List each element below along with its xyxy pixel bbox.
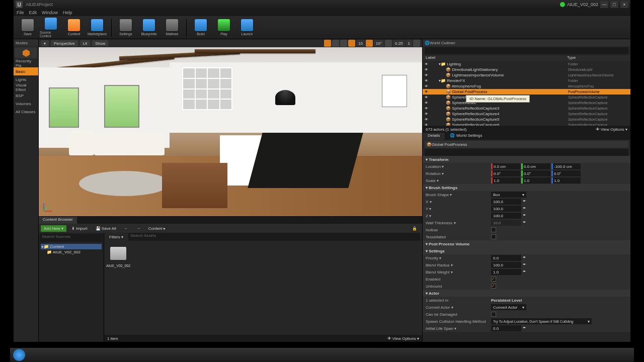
build-button[interactable]: Build bbox=[190, 17, 212, 38]
settings-button[interactable]: Settings bbox=[115, 17, 137, 38]
minimize-button[interactable]: — bbox=[600, 1, 608, 8]
visibility-icon[interactable]: 👁 bbox=[425, 96, 430, 99]
details-search-input[interactable] bbox=[425, 149, 628, 156]
dropdown[interactable]: Box▾ bbox=[491, 192, 526, 198]
number-field[interactable]: 100.0 bbox=[491, 206, 521, 212]
place-mode-button[interactable] bbox=[15, 47, 37, 58]
play-button[interactable]: Play bbox=[213, 17, 235, 38]
matinee-button[interactable]: Matinee bbox=[161, 17, 183, 38]
place-category-all-classes[interactable]: All Classes bbox=[14, 108, 38, 116]
visibility-icon[interactable]: 👁 bbox=[425, 68, 430, 71]
search-sources-input[interactable]: Search Sources bbox=[40, 234, 103, 242]
number-field[interactable]: 0.0 bbox=[491, 325, 521, 331]
outliner-row[interactable]: 👁📦 SphereReflectionCapture6SphereReflect… bbox=[423, 122, 630, 126]
z-field[interactable]: 0.0° bbox=[551, 170, 581, 176]
outliner-row[interactable]: 👁📦 SphereReflectionCapture3SphereReflect… bbox=[423, 106, 630, 111]
x-field[interactable]: 1.0 bbox=[491, 177, 520, 184]
outliner-row[interactable]: 👁▾📁 LightingFolder bbox=[423, 61, 630, 67]
viewport[interactable] bbox=[39, 47, 422, 216]
perspective-button[interactable]: Perspective bbox=[51, 40, 78, 46]
scale-value[interactable]: 0.25 bbox=[393, 40, 405, 47]
tab-world-settings[interactable]: 🌐 World Settings bbox=[445, 133, 487, 140]
outliner-row[interactable]: 👁📦 LightmassImportanceVolumeLightmassImp… bbox=[423, 72, 630, 78]
outliner-row[interactable]: 👁📦 SphereReflectionCapture5SphereReflect… bbox=[423, 117, 630, 122]
dropdown[interactable]: Convert Actor▾ bbox=[491, 304, 526, 310]
place-category-recently-pla[interactable]: Recently Pla bbox=[14, 59, 38, 67]
visibility-icon[interactable]: 👁 bbox=[425, 118, 430, 121]
import-button[interactable]: ⬇ Import bbox=[68, 225, 91, 232]
section-brush-settings[interactable]: ▾ Brush Settings bbox=[423, 184, 630, 191]
visibility-icon[interactable]: 👁 bbox=[425, 107, 430, 110]
viewport-options-button[interactable]: ▾ bbox=[41, 40, 49, 46]
grid-snap-button[interactable] bbox=[348, 40, 355, 47]
place-category-lights[interactable]: Lights bbox=[14, 75, 38, 83]
outliner-row[interactable]: 👁📦 AtmosphericFogAtmosphericFog bbox=[423, 83, 630, 89]
outliner-row[interactable]: 👁📦 Global PostProcessPostProcessVolumeID… bbox=[423, 89, 630, 95]
menu-file[interactable]: File bbox=[17, 10, 24, 15]
tree-item-content[interactable]: ▸📁 Content bbox=[41, 244, 102, 249]
folder-item[interactable]: AtUE_V02_002 bbox=[106, 243, 130, 267]
view-options-button[interactable]: 👁 View Options ▾ bbox=[387, 336, 419, 341]
path-back-button[interactable]: ← bbox=[121, 225, 131, 232]
filters-button[interactable]: Filters ▾ bbox=[106, 234, 126, 240]
number-field[interactable]: 100.0 bbox=[491, 199, 521, 205]
outliner-row[interactable]: 👁📦 DirectionalLightStationaryDirectional… bbox=[423, 67, 630, 72]
outliner-view-options[interactable]: 👁 View Options ▾ bbox=[596, 127, 627, 132]
checkbox[interactable] bbox=[491, 312, 496, 317]
camera-speed[interactable]: 1 bbox=[406, 40, 412, 47]
visibility-icon[interactable]: 👁 bbox=[425, 62, 430, 66]
marketplace-button[interactable]: Marketplace bbox=[86, 17, 108, 38]
transform-mode-button[interactable] bbox=[324, 40, 331, 47]
visibility-icon[interactable]: 👁 bbox=[425, 101, 430, 105]
coord-button[interactable] bbox=[332, 40, 339, 47]
actor-name-field[interactable]: 📦 Global PostProcess bbox=[425, 141, 628, 148]
place-category-visual-effect[interactable]: Visual Effect bbox=[14, 83, 38, 92]
start-button[interactable] bbox=[13, 349, 25, 361]
visibility-icon[interactable]: 👁 bbox=[425, 73, 430, 77]
number-field[interactable]: 0.0 bbox=[491, 255, 521, 261]
save-button[interactable]: Save bbox=[17, 17, 39, 38]
content-button[interactable]: Content bbox=[63, 17, 85, 38]
section-actor[interactable]: ▾ Actor bbox=[423, 290, 630, 297]
checkbox[interactable] bbox=[491, 284, 496, 289]
maximize-button[interactable]: □ bbox=[610, 1, 618, 8]
visibility-icon[interactable]: 👁 bbox=[425, 84, 430, 88]
show-button[interactable]: Show bbox=[92, 40, 108, 46]
visibility-icon[interactable]: 👁 bbox=[425, 112, 430, 116]
maximize-viewport-button[interactable] bbox=[413, 40, 420, 47]
grid-snap-value[interactable]: 10 bbox=[356, 40, 365, 47]
x-field[interactable]: 0.0° bbox=[491, 170, 520, 176]
visibility-icon[interactable]: 👁 bbox=[425, 90, 430, 94]
outliner-row[interactable]: 👁📦 SphereReflectionCapture4SphereReflect… bbox=[423, 111, 630, 117]
source-control-button[interactable]: Source Control bbox=[40, 17, 62, 38]
checkbox[interactable] bbox=[491, 277, 496, 282]
tab-details[interactable]: Details bbox=[423, 133, 445, 140]
visibility-icon[interactable]: 👁 bbox=[425, 79, 430, 82]
tree-item-folder[interactable]: 📁 AtUE_V02_002 bbox=[41, 249, 102, 255]
number-field[interactable]: 1.0 bbox=[491, 269, 521, 275]
dropdown[interactable]: Try To Adjust Location, Don't Spawn If S… bbox=[491, 318, 592, 324]
outliner-row[interactable]: 👁▾📁 RenderFXFolder bbox=[423, 78, 630, 83]
scale-snap-button[interactable] bbox=[385, 40, 392, 47]
angle-snap-button[interactable] bbox=[366, 40, 373, 47]
checkbox[interactable] bbox=[491, 227, 496, 232]
snap-surface-button[interactable] bbox=[340, 40, 347, 47]
add-new-button[interactable]: Add New ▾ bbox=[41, 225, 66, 232]
source-control-icon[interactable] bbox=[560, 2, 565, 7]
menu-window[interactable]: Window bbox=[42, 10, 58, 15]
cb-tab-label[interactable]: Content Browser bbox=[39, 217, 77, 224]
section-settings[interactable]: ▾ Settings bbox=[423, 247, 630, 254]
place-category-basic[interactable]: Basic bbox=[14, 67, 38, 75]
y-field[interactable]: 0.0° bbox=[521, 170, 550, 176]
menu-help[interactable]: Help bbox=[63, 10, 72, 15]
visibility-icon[interactable]: 👁 bbox=[425, 123, 430, 126]
place-category-bsp[interactable]: BSP bbox=[14, 92, 38, 100]
save-all-button[interactable]: 💾 Save All bbox=[93, 225, 119, 232]
path-fwd-button[interactable]: → bbox=[133, 225, 143, 232]
y-field[interactable]: 1.0 bbox=[521, 177, 550, 184]
z-field[interactable]: 1.0 bbox=[551, 177, 581, 184]
lock-button[interactable]: 🔒 bbox=[409, 225, 420, 232]
number-field[interactable]: 100.0 bbox=[491, 213, 521, 219]
outliner-search-input[interactable] bbox=[425, 47, 628, 54]
checkbox[interactable] bbox=[491, 234, 496, 239]
